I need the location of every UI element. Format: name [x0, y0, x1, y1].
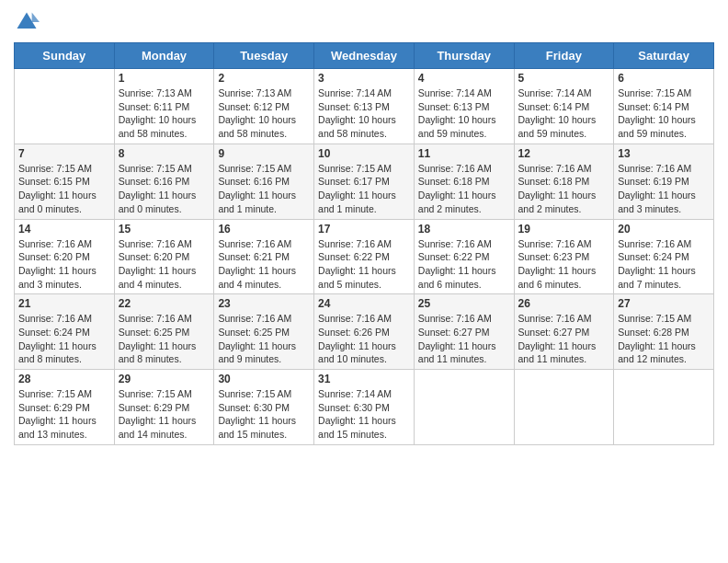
calendar-cell: 10Sunrise: 7:15 AM Sunset: 6:17 PM Dayli…: [314, 144, 415, 219]
calendar-cell: 30Sunrise: 7:15 AM Sunset: 6:30 PM Dayli…: [214, 370, 314, 445]
day-number: 5: [518, 72, 610, 85]
day-number: 19: [518, 223, 610, 236]
day-info: Sunrise: 7:16 AM Sunset: 6:18 PM Dayligh…: [518, 162, 610, 216]
day-info: Sunrise: 7:15 AM Sunset: 6:17 PM Dayligh…: [318, 162, 410, 216]
day-info: Sunrise: 7:13 AM Sunset: 6:12 PM Dayligh…: [218, 86, 310, 141]
calendar-table: SundayMondayTuesdayWednesdayThursdayFrid…: [14, 42, 714, 445]
calendar-cell: 20Sunrise: 7:16 AM Sunset: 6:24 PM Dayli…: [614, 219, 714, 294]
calendar-cell: 13Sunrise: 7:16 AM Sunset: 6:19 PM Dayli…: [614, 144, 714, 219]
calendar-cell: 14Sunrise: 7:16 AM Sunset: 6:20 PM Dayli…: [15, 219, 115, 294]
calendar-cell: 15Sunrise: 7:16 AM Sunset: 6:20 PM Dayli…: [114, 219, 214, 294]
calendar-cell: 18Sunrise: 7:16 AM Sunset: 6:22 PM Dayli…: [414, 219, 514, 294]
calendar-header-friday: Friday: [514, 43, 614, 69]
calendar-week-1: 1Sunrise: 7:13 AM Sunset: 6:11 PM Daylig…: [15, 69, 714, 144]
calendar-header-row: SundayMondayTuesdayWednesdayThursdayFrid…: [15, 43, 714, 69]
calendar-week-5: 28Sunrise: 7:15 AM Sunset: 6:29 PM Dayli…: [15, 370, 714, 445]
day-number: 25: [418, 297, 510, 310]
page: SundayMondayTuesdayWednesdayThursdayFrid…: [0, 0, 728, 459]
calendar-cell: 23Sunrise: 7:16 AM Sunset: 6:25 PM Dayli…: [214, 294, 314, 370]
calendar-cell: 8Sunrise: 7:15 AM Sunset: 6:16 PM Daylig…: [114, 144, 214, 219]
day-number: 24: [318, 297, 410, 310]
day-number: 17: [318, 223, 410, 236]
day-number: 10: [318, 147, 410, 160]
day-info: Sunrise: 7:16 AM Sunset: 6:24 PM Dayligh…: [618, 237, 710, 292]
day-number: 26: [518, 297, 610, 310]
day-number: 8: [119, 147, 210, 160]
day-info: Sunrise: 7:14 AM Sunset: 6:30 PM Dayligh…: [318, 387, 410, 442]
day-info: Sunrise: 7:16 AM Sunset: 6:27 PM Dayligh…: [418, 312, 510, 366]
calendar-cell: 7Sunrise: 7:15 AM Sunset: 6:15 PM Daylig…: [15, 144, 115, 219]
calendar-cell: 24Sunrise: 7:16 AM Sunset: 6:26 PM Dayli…: [314, 294, 415, 370]
day-number: 21: [18, 297, 110, 310]
calendar-cell: 27Sunrise: 7:15 AM Sunset: 6:28 PM Dayli…: [614, 294, 714, 370]
calendar-cell: 4Sunrise: 7:14 AM Sunset: 6:13 PM Daylig…: [414, 69, 514, 144]
day-info: Sunrise: 7:16 AM Sunset: 6:19 PM Dayligh…: [618, 162, 710, 216]
calendar-cell: 2Sunrise: 7:13 AM Sunset: 6:12 PM Daylig…: [214, 69, 314, 144]
day-number: 7: [18, 147, 110, 160]
calendar-cell: 5Sunrise: 7:14 AM Sunset: 6:14 PM Daylig…: [514, 69, 614, 144]
logo: [14, 9, 43, 35]
day-info: Sunrise: 7:16 AM Sunset: 6:27 PM Dayligh…: [518, 312, 610, 366]
calendar-header-monday: Monday: [114, 43, 214, 69]
calendar-cell: 19Sunrise: 7:16 AM Sunset: 6:23 PM Dayli…: [514, 219, 614, 294]
calendar-header-sunday: Sunday: [15, 43, 115, 69]
day-info: Sunrise: 7:15 AM Sunset: 6:28 PM Dayligh…: [618, 312, 710, 366]
calendar-header-thursday: Thursday: [414, 43, 514, 69]
day-info: Sunrise: 7:14 AM Sunset: 6:14 PM Dayligh…: [518, 86, 610, 141]
day-number: 27: [618, 297, 710, 310]
day-info: Sunrise: 7:16 AM Sunset: 6:25 PM Dayligh…: [119, 312, 210, 366]
day-info: Sunrise: 7:16 AM Sunset: 6:25 PM Dayligh…: [218, 312, 310, 366]
day-number: 18: [418, 223, 510, 236]
day-number: 22: [119, 297, 210, 310]
day-number: 2: [218, 72, 310, 85]
header: [14, 9, 714, 35]
day-info: Sunrise: 7:15 AM Sunset: 6:29 PM Dayligh…: [119, 387, 210, 442]
calendar-cell: [614, 370, 714, 445]
day-info: Sunrise: 7:15 AM Sunset: 6:16 PM Dayligh…: [119, 162, 210, 216]
day-info: Sunrise: 7:16 AM Sunset: 6:18 PM Dayligh…: [418, 162, 510, 216]
day-number: 15: [119, 223, 210, 236]
calendar-header-saturday: Saturday: [614, 43, 714, 69]
day-info: Sunrise: 7:15 AM Sunset: 6:29 PM Dayligh…: [18, 387, 110, 442]
day-number: 4: [418, 72, 510, 85]
day-info: Sunrise: 7:16 AM Sunset: 6:26 PM Dayligh…: [318, 312, 410, 366]
calendar-cell: 11Sunrise: 7:16 AM Sunset: 6:18 PM Dayli…: [414, 144, 514, 219]
day-info: Sunrise: 7:16 AM Sunset: 6:21 PM Dayligh…: [218, 237, 310, 292]
calendar-week-4: 21Sunrise: 7:16 AM Sunset: 6:24 PM Dayli…: [15, 294, 714, 370]
calendar-cell: 3Sunrise: 7:14 AM Sunset: 6:13 PM Daylig…: [314, 69, 415, 144]
calendar-cell: 26Sunrise: 7:16 AM Sunset: 6:27 PM Dayli…: [514, 294, 614, 370]
calendar-cell: 21Sunrise: 7:16 AM Sunset: 6:24 PM Dayli…: [15, 294, 115, 370]
calendar-cell: 28Sunrise: 7:15 AM Sunset: 6:29 PM Dayli…: [15, 370, 115, 445]
day-info: Sunrise: 7:16 AM Sunset: 6:24 PM Dayligh…: [18, 312, 110, 366]
day-info: Sunrise: 7:13 AM Sunset: 6:11 PM Dayligh…: [119, 86, 210, 141]
day-number: 29: [119, 373, 210, 385]
calendar-cell: [514, 370, 614, 445]
day-number: 28: [18, 373, 110, 385]
logo-icon: [14, 9, 40, 35]
day-number: 11: [418, 147, 510, 160]
day-info: Sunrise: 7:16 AM Sunset: 6:20 PM Dayligh…: [18, 237, 110, 292]
day-number: 12: [518, 147, 610, 160]
day-info: Sunrise: 7:15 AM Sunset: 6:16 PM Dayligh…: [218, 162, 310, 216]
day-number: 13: [618, 147, 710, 160]
calendar-cell: [15, 69, 115, 144]
day-number: 30: [218, 373, 310, 385]
calendar-header-wednesday: Wednesday: [314, 43, 415, 69]
day-number: 1: [119, 72, 210, 85]
day-info: Sunrise: 7:15 AM Sunset: 6:30 PM Dayligh…: [218, 387, 310, 442]
day-number: 6: [618, 72, 710, 85]
day-number: 3: [318, 72, 410, 85]
day-info: Sunrise: 7:16 AM Sunset: 6:22 PM Dayligh…: [318, 237, 410, 292]
calendar-cell: 9Sunrise: 7:15 AM Sunset: 6:16 PM Daylig…: [214, 144, 314, 219]
calendar-cell: 25Sunrise: 7:16 AM Sunset: 6:27 PM Dayli…: [414, 294, 514, 370]
calendar-header-tuesday: Tuesday: [214, 43, 314, 69]
calendar-cell: 31Sunrise: 7:14 AM Sunset: 6:30 PM Dayli…: [314, 370, 415, 445]
day-number: 31: [318, 373, 410, 385]
calendar-cell: 1Sunrise: 7:13 AM Sunset: 6:11 PM Daylig…: [114, 69, 214, 144]
calendar-cell: 16Sunrise: 7:16 AM Sunset: 6:21 PM Dayli…: [214, 219, 314, 294]
day-info: Sunrise: 7:14 AM Sunset: 6:13 PM Dayligh…: [318, 86, 410, 141]
calendar-week-3: 14Sunrise: 7:16 AM Sunset: 6:20 PM Dayli…: [15, 219, 714, 294]
day-info: Sunrise: 7:15 AM Sunset: 6:15 PM Dayligh…: [18, 162, 110, 216]
day-number: 23: [218, 297, 310, 310]
day-info: Sunrise: 7:14 AM Sunset: 6:13 PM Dayligh…: [418, 86, 510, 141]
